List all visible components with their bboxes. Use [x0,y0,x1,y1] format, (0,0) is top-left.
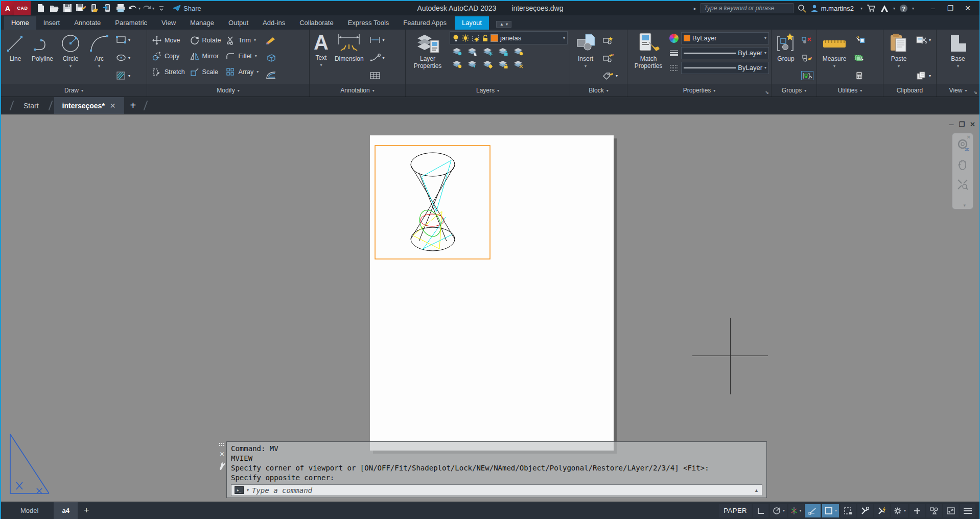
edit-block-button[interactable] [602,54,614,62]
layer-off-icon[interactable] [452,47,463,56]
layer-unisolate-icon[interactable] [482,60,494,69]
move-button[interactable]: Move [152,36,185,45]
doc-minimize-icon[interactable]: ─ [949,121,953,128]
polar-tracking-toggle[interactable]: ▾ [770,504,787,517]
layer-match-icon[interactable] [452,60,463,69]
layer-select-combo[interactable]: janelas ▾ [450,31,568,44]
view-dialog-launcher-icon[interactable]: ⇘ [973,90,977,95]
ribbon-tab-parametric[interactable]: Parametric [108,16,154,30]
command-input[interactable]: ▸_ ▾ Type a command ▲ [231,484,762,496]
text-button[interactable]: A Text ▾ [312,31,331,84]
layer-lock-icon[interactable] [498,47,509,56]
save-to-mobile-button[interactable] [101,2,113,14]
file-tab-close-icon[interactable]: ✕ [110,102,116,110]
panel-label-annotation[interactable]: Annotation▾ [310,84,405,97]
array-button[interactable]: Array▾ [226,67,259,77]
osnap-tracking-toggle[interactable] [805,504,821,517]
group-selection-toggle-button[interactable] [801,71,813,80]
fillet-caret-icon[interactable]: ▾ [255,54,257,58]
panel-label-block[interactable]: Block▾ [570,84,627,97]
command-input-caret-icon[interactable]: ▾ [247,488,249,492]
annotation-monitor-toggle[interactable] [857,504,873,517]
explode-button[interactable] [265,53,277,62]
properties-dialog-launcher-icon[interactable]: ⇘ [765,90,769,95]
ellipse-tool-button[interactable] [115,53,127,62]
save-button[interactable] [61,2,74,14]
hatch-caret-icon[interactable]: ▾ [128,74,130,78]
create-block-button[interactable] [602,36,614,44]
doc-close-icon[interactable]: ✕ [970,121,975,128]
insert-button[interactable]: Insert ▾ [572,31,599,84]
rotate-button[interactable]: Rotate [190,36,221,45]
circle-button[interactable]: Circle ▾ [57,31,84,84]
undo-button[interactable]: ▾ [128,2,141,14]
base-button[interactable]: Base ▾ [945,31,971,84]
ribbon-tab-annotate[interactable]: Annotate [67,16,108,30]
ribbon-collapse-button[interactable]: ▲▾ [496,21,511,28]
match-properties-button[interactable]: MatchProperties [629,31,667,84]
layer-vp-freeze-icon[interactable] [472,34,480,42]
copy-clip-caret-icon[interactable]: ▾ [929,74,931,78]
lineweight-combo[interactable]: ByLayer ▾ [681,47,769,59]
ribbon-tab-output[interactable]: Output [221,16,255,30]
trim-button[interactable]: Trim▾ [226,36,259,45]
panel-label-draw[interactable]: Draw▾ [1,84,147,97]
annotation-scale-toggle[interactable] [874,504,890,517]
share-button[interactable]: Share [173,5,201,12]
ribbon-tab-home[interactable]: Home [4,16,36,30]
measure-button[interactable]: Measure ▾ [819,31,850,84]
redo-button[interactable]: ▾ [142,2,154,14]
panel-label-modify[interactable]: Modify▾ [147,84,309,97]
navbar-caret-icon[interactable]: ▾ [963,203,966,208]
add-status-toggle[interactable] [909,504,925,517]
save-as-button[interactable] [75,2,87,14]
app-store-cart-icon[interactable] [867,4,876,12]
new-drawing-tab-button[interactable]: + [124,97,143,114]
group-button[interactable]: Group [774,31,798,84]
layer-isolate-icon[interactable] [467,47,478,56]
group-edit-button[interactable] [801,54,812,62]
offset-button[interactable] [265,71,277,80]
erase-button[interactable] [265,35,277,44]
panel-label-utilities[interactable]: Utilities▾ [817,84,883,97]
linetype-icon[interactable] [669,64,679,72]
layer-merge-icon[interactable] [513,60,524,69]
ribbon-tab-insert[interactable]: Insert [36,16,67,30]
account-menu[interactable]: m.martins2 ▾ [810,4,862,12]
quick-calculator-button[interactable] [853,72,865,80]
layer-prev-icon[interactable] [467,60,478,69]
define-attributes-button[interactable] [602,72,614,80]
cut-caret-icon[interactable]: ▾ [929,38,931,42]
command-history[interactable]: Command: MVMVIEWSpecify corner of viewpo… [226,441,767,498]
command-history-up-icon[interactable]: ▲ [754,488,759,493]
pan-hand-icon[interactable] [956,159,969,171]
navbar-close-icon[interactable]: ✕ [967,134,971,140]
hatch-tool-button[interactable] [115,71,127,80]
steering-wheel-2d-icon[interactable]: 2D [956,138,969,152]
file-tab-start[interactable]: Start [15,97,47,114]
dimension-linear-caret-icon[interactable]: ▾ [383,38,385,42]
zoom-extents-icon[interactable] [956,178,969,191]
toolbar-overflow-button[interactable] [155,2,168,14]
layout-tab-a4[interactable]: a4 [54,502,77,519]
search-icon[interactable] [798,4,806,13]
layout-tab-model[interactable]: Model [12,502,46,519]
ribbon-tab-express-tools[interactable]: Express Tools [341,16,396,30]
scale-button[interactable]: Scale [190,67,221,77]
stretch-button[interactable]: Stretch [152,67,185,77]
layer-unlock-all-icon[interactable] [498,60,509,69]
autocad-logo[interactable]: A CAD [1,1,31,15]
command-grip-dots-icon[interactable] [219,442,225,446]
selection-cycling-toggle[interactable] [841,504,856,517]
open-folder-button[interactable] [48,2,60,14]
command-wrench-icon[interactable] [219,462,225,470]
ribbon-tab-add-ins[interactable]: Add-ins [255,16,292,30]
open-from-mobile-button[interactable] [88,2,100,14]
mirror-button[interactable]: Mirror [190,52,221,61]
file-tab-interseçoes[interactable]: interseçoes*✕ [54,97,124,114]
workspace-toggle[interactable] [926,504,942,517]
paste-button[interactable]: Paste ▾ [885,31,912,84]
layer-make-current-icon[interactable] [513,47,524,56]
layer-on-bulb-icon[interactable] [452,34,459,42]
quick-select-button[interactable] [853,36,865,44]
